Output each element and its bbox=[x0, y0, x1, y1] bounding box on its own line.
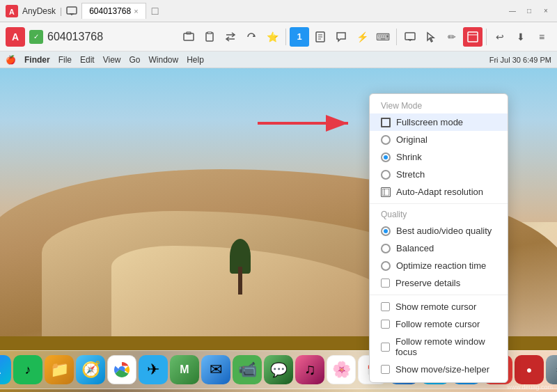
session-tab[interactable]: 604013768 × bbox=[81, 3, 146, 19]
remote-desktop-area: 🍎 Finder File Edit View Go Window Help F… bbox=[0, 52, 557, 392]
view-mode-icon[interactable] bbox=[463, 27, 483, 47]
dock-folder[interactable]: 📁 bbox=[45, 355, 74, 384]
show-move-option[interactable]: Show move/size-helper bbox=[370, 361, 508, 378]
autoadapt-option[interactable]: Auto-Adapt resolution bbox=[370, 183, 508, 201]
dock-facetime[interactable]: 📹 bbox=[233, 355, 262, 384]
separator-2 bbox=[396, 29, 397, 45]
stretch-option[interactable]: Stretch bbox=[370, 166, 508, 183]
best-quality-label: Best audio/video quality bbox=[396, 226, 496, 236]
dock-appstore[interactable]: A bbox=[0, 355, 11, 384]
dock-photos[interactable]: 🌸 bbox=[327, 355, 356, 384]
monitor2-icon[interactable] bbox=[400, 27, 420, 47]
dock-music[interactable]: ♫ bbox=[295, 355, 324, 384]
balanced-option[interactable]: Balanced bbox=[370, 240, 508, 257]
best-quality-fill bbox=[384, 229, 388, 233]
toolbar: A ✓ 604013768 ⭐ 1 ⚡ ⌨ bbox=[0, 22, 557, 52]
svg-rect-15 bbox=[405, 33, 415, 40]
keyboard-icon[interactable]: ⌨ bbox=[373, 27, 393, 47]
svg-rect-18 bbox=[468, 32, 478, 42]
dock-chrome[interactable] bbox=[107, 355, 136, 384]
window-controls: — □ × bbox=[507, 6, 551, 17]
edit-menu[interactable]: Edit bbox=[80, 55, 95, 65]
view-mode-section-title: View Mode bbox=[370, 98, 508, 113]
original-option[interactable]: Original bbox=[370, 131, 508, 148]
apple-menu[interactable]: 🍎 bbox=[6, 55, 16, 65]
fullscreen-option[interactable]: Fullscreen mode bbox=[370, 113, 508, 131]
tree-trunk bbox=[238, 267, 242, 295]
anydesk-toolbar-logo: A bbox=[6, 27, 25, 47]
follow-cursor-label: Follow remote cursor bbox=[395, 319, 496, 329]
file-menu[interactable]: File bbox=[58, 55, 72, 65]
monitor-icon bbox=[66, 6, 77, 17]
original-label: Original bbox=[396, 134, 496, 145]
fullscreen-icon bbox=[381, 118, 391, 127]
dock-transfer[interactable]: ⇄ bbox=[546, 355, 557, 384]
dock-mail[interactable]: ✉ bbox=[201, 355, 230, 384]
chat-icon[interactable] bbox=[331, 27, 351, 47]
window-menu[interactable]: Window bbox=[149, 55, 179, 65]
toolbar-icons: ⭐ 1 ⚡ ⌨ ✏ ↩ ⬇ ≡ bbox=[179, 27, 551, 47]
go-menu[interactable]: Go bbox=[130, 55, 141, 65]
follow-window-option[interactable]: Follow remote window focus bbox=[370, 333, 508, 361]
balanced-radio bbox=[381, 244, 391, 253]
follow-window-label: Follow remote window focus bbox=[395, 336, 496, 357]
star-icon[interactable]: ⭐ bbox=[262, 27, 282, 47]
preserve-option[interactable]: Preserve details bbox=[370, 274, 508, 292]
optimize-option[interactable]: Optimize reaction time bbox=[370, 257, 508, 274]
menu-icon[interactable]: ≡ bbox=[532, 27, 551, 47]
undo-icon[interactable]: ↩ bbox=[490, 27, 510, 47]
pen-icon[interactable]: ✏ bbox=[442, 27, 462, 47]
page-icon[interactable] bbox=[311, 27, 330, 47]
dock-red2[interactable]: ● bbox=[515, 355, 544, 384]
shrink-label: Shrink bbox=[396, 152, 496, 162]
dock-safari[interactable]: 🧭 bbox=[76, 355, 105, 384]
help-menu[interactable]: Help bbox=[187, 55, 204, 65]
watermark-text: www.deuag.com bbox=[507, 384, 553, 391]
view-menu[interactable]: View bbox=[103, 55, 121, 65]
best-quality-option[interactable]: Best audio/video quality bbox=[370, 222, 508, 240]
new-tab-icon[interactable]: □ bbox=[152, 5, 159, 17]
display-number-icon[interactable]: 1 bbox=[290, 27, 309, 47]
shrink-option[interactable]: Shrink bbox=[370, 148, 508, 166]
show-cursor-option[interactable]: Show remote cursor bbox=[370, 298, 508, 315]
dock-maps[interactable]: M bbox=[170, 355, 199, 384]
preserve-checkbox bbox=[381, 279, 390, 288]
lightning-icon[interactable]: ⚡ bbox=[352, 27, 372, 47]
svg-text:A: A bbox=[9, 7, 15, 15]
dock-spotify[interactable]: ♪ bbox=[13, 355, 42, 384]
maximize-button[interactable]: □ bbox=[524, 6, 535, 17]
separator-3 bbox=[486, 29, 487, 45]
preserve-label: Preserve details bbox=[395, 278, 496, 288]
tab-close-icon[interactable]: × bbox=[134, 7, 138, 15]
shrink-radio bbox=[381, 152, 391, 162]
follow-cursor-option[interactable]: Follow remote cursor bbox=[370, 315, 508, 333]
session-tab-id: 604013768 bbox=[89, 6, 131, 16]
title-bar-left: A AnyDesk | 604013768 × □ bbox=[6, 3, 507, 19]
minimize-button[interactable]: — bbox=[507, 6, 518, 17]
download-icon[interactable]: ⬇ bbox=[511, 27, 531, 47]
show-move-label: Show move/size-helper bbox=[395, 364, 496, 375]
finder-menu[interactable]: Finder bbox=[24, 55, 50, 65]
dock-messages[interactable]: 💬 bbox=[264, 355, 293, 384]
mac-clock: Fri Jul 30 6:49 PM bbox=[489, 56, 551, 64]
clipboard-icon[interactable] bbox=[200, 27, 219, 47]
screenshot-icon[interactable] bbox=[179, 27, 198, 47]
stretch-label: Stretch bbox=[396, 169, 496, 180]
connection-status-badge: ✓ bbox=[29, 30, 43, 44]
fullscreen-label: Fullscreen mode bbox=[396, 117, 496, 127]
dock-telegram[interactable]: ✈ bbox=[139, 355, 168, 384]
original-radio bbox=[381, 135, 391, 145]
follow-cursor-checkbox bbox=[381, 320, 390, 329]
cursor-icon[interactable] bbox=[421, 27, 441, 47]
close-button[interactable]: × bbox=[540, 6, 551, 17]
divider-2 bbox=[370, 295, 508, 295]
best-quality-radio bbox=[381, 226, 391, 236]
view-mode-dropdown[interactable]: View Mode Fullscreen mode Original Shrin… bbox=[369, 93, 508, 383]
balanced-label: Balanced bbox=[396, 243, 496, 253]
app-name-label: AnyDesk bbox=[22, 6, 56, 16]
follow-window-checkbox bbox=[381, 343, 390, 352]
transfer-icon[interactable] bbox=[221, 27, 240, 47]
sync-icon[interactable] bbox=[242, 27, 261, 47]
anydesk-logo-icon: A bbox=[6, 5, 18, 17]
separator-1 bbox=[285, 29, 286, 45]
